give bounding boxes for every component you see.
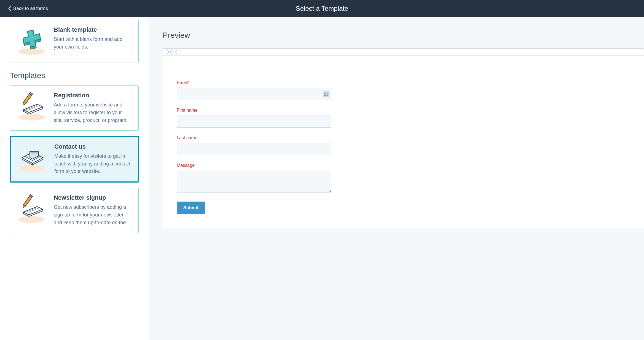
message-textarea[interactable]: [177, 171, 331, 193]
browser-chrome: [163, 49, 644, 55]
back-to-forms-link[interactable]: Back to all forms: [8, 6, 48, 11]
field-label: Email*: [177, 80, 630, 85]
field-label: First name: [177, 108, 630, 113]
email-input[interactable]: [177, 88, 331, 100]
templates-section-title: Templates: [10, 71, 139, 80]
form-field-email: Email*: [177, 80, 630, 100]
back-label: Back to all forms: [13, 6, 48, 11]
page-title: Select a Template: [296, 5, 348, 12]
preview-title: Preview: [163, 31, 644, 40]
card-title: Registration: [54, 92, 132, 99]
template-sidebar: Blank template Start with a blank form a…: [0, 17, 149, 340]
form-field-message: Message: [177, 163, 630, 194]
envelope-icon: [16, 143, 49, 173]
topbar: Back to all forms Select a Template: [0, 0, 644, 17]
card-description: Make it easy for visitors to get in touc…: [54, 152, 131, 176]
plus-icon: [15, 26, 48, 57]
card-title: Newsletter signup: [54, 194, 132, 201]
window-dot-icon: [170, 50, 173, 53]
preview-browser-frame: Email*: [163, 49, 644, 228]
field-label: Message: [177, 163, 630, 168]
svg-point-4: [19, 165, 45, 172]
preview-panel: Preview Email*: [149, 17, 644, 340]
card-description: Start with a blank form and add your own…: [54, 36, 132, 51]
form-preview: Email*: [163, 55, 644, 228]
svg-point-5: [18, 216, 45, 223]
form-field-last-name: Last name: [177, 135, 630, 155]
pencil-page-icon: [15, 92, 48, 122]
field-label: Last name: [177, 135, 630, 140]
card-title: Blank template: [54, 26, 132, 33]
window-dot-icon: [175, 50, 178, 53]
window-dot-icon: [166, 50, 169, 53]
pencil-page-icon: [15, 194, 48, 224]
svg-point-1: [18, 114, 45, 121]
card-title: Contact us: [54, 143, 131, 150]
template-card-newsletter-signup[interactable]: Newsletter signup Get new subscribers by…: [10, 188, 139, 233]
card-description: Get new subscribers by adding a sign-up …: [54, 204, 132, 227]
template-card-registration[interactable]: Registration Add a form to your website …: [10, 85, 139, 131]
svg-point-9: [325, 93, 326, 94]
first-name-input[interactable]: [177, 116, 331, 128]
card-description: Add a form to your website and allow vis…: [54, 101, 132, 124]
last-name-input[interactable]: [177, 143, 331, 155]
template-card-blank[interactable]: Blank template Start with a blank form a…: [10, 20, 139, 63]
form-field-first-name: First name: [177, 108, 630, 128]
contact-card-icon[interactable]: [323, 91, 329, 97]
submit-button[interactable]: Submit: [177, 202, 205, 214]
chevron-left-icon: [8, 6, 11, 11]
template-card-contact-us[interactable]: Contact us Make it easy for visitors to …: [10, 136, 139, 183]
